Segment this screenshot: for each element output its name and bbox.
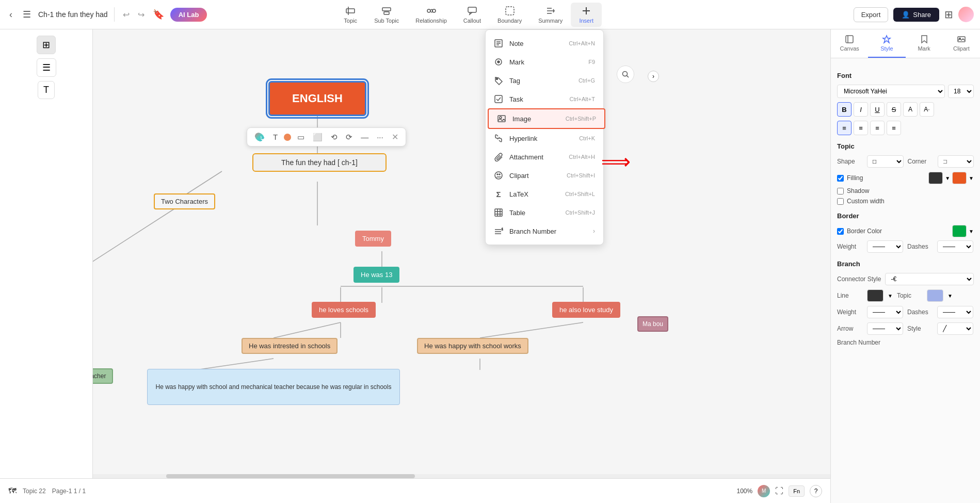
line-chevron[interactable]: ▼ xyxy=(888,293,893,299)
ai-lab-button[interactable]: AI Lab xyxy=(170,8,207,22)
also-love-node[interactable]: he also love study xyxy=(552,302,620,318)
view-btn-3[interactable]: T xyxy=(38,81,55,99)
insert-branch-number-item[interactable]: 1 Branch Number › xyxy=(486,222,603,240)
strikethrough-button[interactable]: S xyxy=(887,102,901,117)
grid-button[interactable]: ⊞ xyxy=(944,8,953,21)
filling-chevron2[interactable]: ▼ xyxy=(969,175,974,181)
insert-clipart-item[interactable]: Clipart Ctrl+Shift+I xyxy=(486,166,603,185)
float-palette-btn[interactable]: 🎨 xyxy=(252,131,267,143)
summary-tool[interactable]: Summary xyxy=(530,3,571,27)
undo-button[interactable]: ↩ xyxy=(121,8,132,22)
insert-tool[interactable]: Insert xyxy=(571,3,602,27)
align-center-button[interactable]: ≡ xyxy=(854,121,868,135)
tab-clipart[interactable]: Clipart xyxy=(943,29,980,58)
ma-bou-node[interactable]: Ma bou xyxy=(637,316,668,332)
insert-latex-item[interactable]: Σ LaTeX Ctrl+Shift+L xyxy=(486,185,603,203)
border-color-chevron[interactable]: ▼ xyxy=(969,229,974,234)
float-line-btn[interactable]: — xyxy=(359,132,371,142)
arrow-select[interactable]: —— xyxy=(867,322,903,335)
float-branch-btn[interactable]: ⟳ xyxy=(344,132,355,143)
float-more-btn[interactable]: ··· xyxy=(375,132,385,142)
export-button[interactable]: Export xyxy=(854,7,889,22)
map-view-button[interactable]: 🗺 xyxy=(8,486,17,496)
bold-button[interactable]: B xyxy=(837,102,852,117)
font-color-button[interactable]: A xyxy=(903,102,918,117)
scrollbar-thumb[interactable] xyxy=(166,474,415,478)
custom-width-checkbox[interactable] xyxy=(837,198,844,205)
tab-style[interactable]: Style xyxy=(868,29,905,58)
float-shape-btn[interactable]: ⬜ xyxy=(311,132,325,143)
main-node[interactable]: The fun they had [ ch-1] xyxy=(252,153,387,172)
central-node[interactable]: ENGLISH xyxy=(268,81,366,116)
help-button[interactable]: ? xyxy=(810,485,822,497)
detail-node[interactable]: He was happy with school and mechanical … xyxy=(147,369,400,405)
two-characters-node[interactable]: Two Characters xyxy=(154,193,215,209)
tab-canvas[interactable]: Canvas xyxy=(831,29,868,58)
loves-schools-node[interactable]: he loves schools xyxy=(312,302,376,318)
callout-tool[interactable]: Callout xyxy=(455,3,489,27)
he-was-13-node[interactable]: He was 13 xyxy=(354,267,399,283)
line-color-swatch[interactable] xyxy=(867,289,883,302)
align-right-button[interactable]: ≡ xyxy=(870,121,885,135)
align-justify-button[interactable]: ≡ xyxy=(887,121,901,135)
connector-style-select[interactable]: -€ xyxy=(885,273,974,285)
tommy-node[interactable]: Tommy xyxy=(355,231,391,247)
filling-chevron[interactable]: ▼ xyxy=(945,175,950,181)
collapse-toggle[interactable]: › xyxy=(648,71,659,82)
boundary-tool[interactable]: Boundary xyxy=(489,3,530,27)
share-button[interactable]: 👤 Share xyxy=(893,8,939,22)
align-left-button[interactable]: ≡ xyxy=(837,121,852,135)
dashes-select[interactable]: —— xyxy=(937,240,973,253)
topic-tool[interactable]: Topic xyxy=(335,3,366,27)
search-float-button[interactable] xyxy=(617,66,634,83)
bottom-scrollbar[interactable] xyxy=(0,474,830,478)
insert-attachment-item[interactable]: Attachment Ctrl+Alt+H xyxy=(486,148,603,166)
back-button[interactable]: ‹ xyxy=(6,7,15,22)
topic-color-swatch[interactable] xyxy=(927,289,943,302)
topic-chevron[interactable]: ▼ xyxy=(947,293,953,299)
user-avatar[interactable] xyxy=(958,7,974,22)
float-rect-btn[interactable]: ▭ xyxy=(295,132,307,143)
underline-button[interactable]: U xyxy=(870,102,885,117)
highlight-color-button[interactable]: A· xyxy=(920,102,934,117)
relationship-tool[interactable]: Relationship xyxy=(407,3,455,27)
style-select[interactable]: ╱ xyxy=(937,322,973,335)
filling-checkbox[interactable] xyxy=(837,175,844,182)
branch-dashes-select[interactable]: —— xyxy=(937,306,973,318)
shape-select[interactable]: □ xyxy=(867,155,904,168)
insert-note-item[interactable]: Note Ctrl+Alt+N xyxy=(486,34,603,53)
float-connect-btn[interactable]: ⟲ xyxy=(329,132,340,143)
insert-tag-item[interactable]: Tag Ctrl+G xyxy=(486,71,603,90)
tab-mark[interactable]: Mark xyxy=(906,29,943,58)
weight-select[interactable]: —— xyxy=(867,240,903,253)
float-text-btn[interactable]: T xyxy=(271,132,280,142)
float-close-btn[interactable]: ✕ xyxy=(390,131,400,143)
fullscreen-button[interactable]: ⛶ xyxy=(775,486,783,496)
shadow-checkbox[interactable] xyxy=(837,188,844,194)
insert-mark-item[interactable]: Mark F9 xyxy=(486,53,603,71)
insert-hyperlink-item[interactable]: Hyperlink Ctrl+K xyxy=(486,129,603,148)
insert-task-item[interactable]: Task Ctrl+Alt+T xyxy=(486,90,603,108)
float-color-circle[interactable] xyxy=(284,134,291,141)
menu-button[interactable]: ☰ xyxy=(20,7,34,22)
italic-button[interactable]: I xyxy=(854,102,868,117)
font-family-select[interactable]: Microsoft YaHei xyxy=(837,85,945,98)
branch-weight-select[interactable]: —— xyxy=(867,306,903,318)
font-size-select[interactable]: 18 xyxy=(948,85,974,98)
border-color-checkbox[interactable] xyxy=(837,228,844,235)
subtopic-tool[interactable]: Sub Topic xyxy=(366,3,407,27)
insert-table-item[interactable]: Table Ctrl+Shift+J xyxy=(486,203,603,222)
corner-select[interactable]: □ xyxy=(938,155,974,168)
filling-color-2[interactable] xyxy=(952,172,967,184)
happy-school-works-node[interactable]: He was happy with school works xyxy=(417,338,528,354)
redo-button[interactable]: ↪ xyxy=(136,8,147,22)
insert-image-item[interactable]: Image Ctrl+Shift+P xyxy=(488,108,605,129)
view-btn-2[interactable]: ☰ xyxy=(37,58,56,77)
filling-color-1[interactable] xyxy=(928,172,943,184)
bookmark-button[interactable]: 🔖 xyxy=(151,7,166,22)
border-color-swatch[interactable] xyxy=(952,225,967,237)
brand-icon-button[interactable]: M xyxy=(758,485,770,497)
view-btn-1[interactable]: ⊞ xyxy=(37,36,56,54)
fn-button[interactable]: Fn xyxy=(789,485,805,497)
intrested-schools-node[interactable]: He was intrested in schools xyxy=(242,338,338,354)
